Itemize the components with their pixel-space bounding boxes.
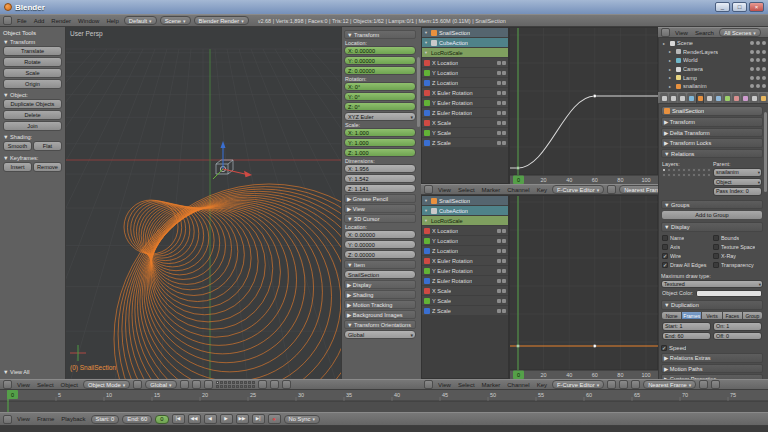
playback-button-1[interactable]: ◀◀ [188,414,201,424]
mute-icon[interactable] [497,309,501,313]
number-field-keyed[interactable]: Y: 0.00000 [344,56,416,65]
channel-z-location[interactable]: Z Location [422,78,508,87]
panel-header-transform[interactable]: ▼ Transform [344,30,416,39]
layer-toggle[interactable] [248,381,251,384]
snap-selector[interactable]: Nearest Frame [643,380,696,389]
channel-x-euler-rotation[interactable]: X Euler Rotation [422,88,508,97]
playback-button-5[interactable]: ▶| [252,414,265,424]
panel-header-display[interactable]: ▼ Display [661,222,763,232]
sync-mode-selector[interactable]: No Sync [284,415,320,424]
parent-type-selector[interactable]: Object [713,178,762,187]
expand-icon[interactable]: ▸ [669,58,674,63]
panel-header-item[interactable]: ▼ Item [344,260,416,269]
layer-toggle[interactable] [697,173,701,177]
tool-smooth-button[interactable]: Smooth [3,141,32,151]
select-icon[interactable] [756,58,760,62]
playback-button-4[interactable]: ▶▶ [236,414,249,424]
opengl-render-icon[interactable] [270,380,279,389]
menu-select[interactable]: Select [456,382,477,388]
layer-toggle[interactable] [228,381,231,384]
checkbox-icon[interactable] [713,235,719,241]
screen-layout-selector[interactable]: Default [124,16,157,25]
checkbox-icon[interactable]: ✓ [662,262,668,268]
layer-toggle[interactable] [220,381,223,384]
tool-scale-button[interactable]: Scale [3,68,62,78]
editor-type-icon[interactable] [661,28,670,37]
render-icon[interactable] [762,41,766,45]
render-icon[interactable] [762,67,766,71]
maximize-button[interactable]: □ [732,2,747,12]
ghost-curves-icon[interactable] [619,380,628,389]
menu-window[interactable]: Window [76,18,101,24]
layer-toggle[interactable] [672,168,676,172]
parent-field[interactable]: snailanim [713,168,762,177]
editor-type-icon[interactable] [3,380,12,389]
number-field[interactable]: Y: 1.542 [344,174,416,183]
menu-add[interactable]: Add [32,18,47,24]
tool-rotate-button[interactable]: Rotate [3,57,62,67]
layer-toggle[interactable] [672,173,676,177]
fcurve-channels-bottom[interactable]: ▼SnailSection▼CubeAction▼LocRotScaleX Lo… [421,195,509,379]
channel-x-scale[interactable]: X Scale [422,118,508,127]
tab-material[interactable] [732,93,740,103]
checkbox-icon[interactable] [662,235,668,241]
tab-texture[interactable] [741,93,749,103]
lock-icon[interactable] [502,229,506,233]
layer-toggle[interactable] [662,173,666,177]
layer-toggle[interactable] [240,381,243,384]
record-button[interactable]: ● [268,414,281,424]
layer-toggle[interactable] [662,168,666,172]
menu-select[interactable]: Select [456,187,477,193]
dupli-none-button[interactable]: None [661,311,682,321]
lock-icon[interactable] [502,259,506,263]
editor-mode-selector[interactable]: F-Curve Editor [552,185,604,194]
mute-icon[interactable] [497,249,501,253]
channel-x-location[interactable]: X Location [422,58,508,67]
timeline-canvas[interactable]: 0510152025303540455055606570750 [0,390,768,412]
outliner-item-world[interactable]: ▸World [661,56,766,65]
layer-toggle[interactable] [692,173,696,177]
tab-render[interactable] [660,93,668,103]
checkbox-draw-all-edges[interactable]: ✓Draw All Edges [662,261,711,270]
panel-header-grease-pencil[interactable]: ▶ Grease Pencil [344,194,416,203]
lock-icon[interactable] [502,309,506,313]
checkbox-wire[interactable]: ✓Wire [662,252,711,261]
mute-icon[interactable] [497,61,501,65]
object-name-field[interactable]: SnailSection [661,106,763,116]
checkbox-icon[interactable] [713,253,719,259]
menu-render[interactable]: Render [49,18,73,24]
os-titlebar[interactable]: Blender _ □ × [0,0,768,14]
checkbox-icon[interactable] [662,244,668,250]
menu-key[interactable]: Key [535,382,549,388]
normalize-icon[interactable] [631,380,640,389]
playback-button-2[interactable]: ◀ [204,414,217,424]
filter-icon[interactable] [607,185,616,194]
layer-toggle[interactable] [252,381,255,384]
channel-z-euler-rotation[interactable]: Z Euler Rotation [422,108,508,117]
number-field[interactable]: X: 1.956 [344,164,416,173]
viewport-canvas[interactable] [66,27,341,379]
layer-toggle[interactable] [236,381,239,384]
checkbox-icon[interactable]: ✓ [661,345,667,351]
render-engine-selector[interactable]: Blender Render [194,16,249,25]
layer-toggle[interactable] [228,385,231,388]
channel-action-row[interactable]: ▼CubeAction [422,38,508,47]
transform-orientation-selector[interactable]: Global [145,380,176,389]
layer-toggle[interactable] [687,168,691,172]
layer-toggle[interactable] [244,381,247,384]
checkbox-icon[interactable]: ✓ [662,253,668,259]
checkbox-speed[interactable]: ✓Speed [661,343,763,352]
minimize-button[interactable]: _ [715,2,730,12]
tab-constraints[interactable] [705,93,713,103]
scrollbar[interactable] [764,112,767,192]
tool-remove-button[interactable]: Remove [33,162,62,172]
layer-toggle[interactable] [216,381,219,384]
layer-toggle[interactable] [220,385,223,388]
expand-icon[interactable]: ▼ [424,50,429,55]
tab-object[interactable] [696,93,704,103]
lock-icon[interactable] [502,61,506,65]
mute-icon[interactable] [497,101,501,105]
mute-icon[interactable] [497,111,501,115]
panel-header-motion-tracking[interactable]: ▶ Motion Tracking [344,300,416,309]
number-field-keyed[interactable]: Y: 0° [344,92,416,101]
